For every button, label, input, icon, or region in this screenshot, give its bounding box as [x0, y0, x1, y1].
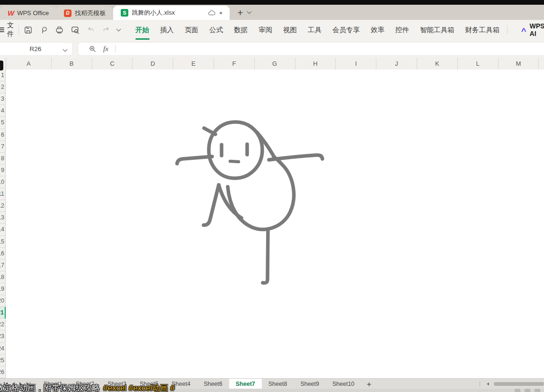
row-header[interactable]: 20 [0, 295, 6, 307]
row-header[interactable]: 19 [0, 283, 6, 295]
tab-wps-office[interactable]: W WPS Office [0, 6, 56, 20]
row-header[interactable]: 3 [0, 93, 6, 105]
ribbon-tab[interactable]: 财务工具箱 [465, 24, 500, 36]
print-preview-icon[interactable] [71, 26, 80, 35]
tab-docer-templates[interactable]: D 找稻壳模板 [56, 6, 113, 20]
divider [507, 26, 508, 34]
tab-current-workbook[interactable]: S 跳舞的小人.xlsx [113, 6, 230, 20]
zoom-search-icon[interactable] [89, 45, 97, 53]
row-header[interactable]: 9 [0, 165, 6, 176]
column-header[interactable]: K [417, 58, 458, 70]
undo-icon[interactable] [87, 26, 95, 34]
row-header[interactable]: 18 [0, 271, 6, 283]
formula-bar: R26 fx [0, 40, 544, 58]
ribbon-tab[interactable]: 插入 [160, 24, 174, 36]
row-header[interactable]: 16 [0, 248, 6, 260]
column-header[interactable]: E [173, 58, 214, 70]
column-header[interactable]: H [295, 58, 336, 70]
add-sheet-button[interactable]: + [367, 380, 372, 388]
tab-list-chevron-icon[interactable] [247, 9, 252, 14]
tab-label: WPS Office [17, 9, 49, 17]
print-icon[interactable] [55, 26, 64, 35]
wps-ai-button[interactable]: WPS AI [521, 22, 544, 37]
view-mode-icon[interactable] [525, 389, 530, 392]
row-header[interactable]: 12 [0, 200, 6, 212]
view-mode-icon[interactable] [535, 389, 540, 392]
wps-logo-icon: W [8, 9, 14, 17]
column-headers: A B C D E F G H I J K L [6, 58, 544, 70]
ribbon-tab[interactable]: 页面 [185, 24, 198, 36]
row-header[interactable]: 17 [0, 260, 6, 271]
quick-access-toolbar [24, 26, 120, 35]
file-menu-button[interactable]: 文件 [0, 21, 14, 38]
ribbon-bar: 文件 开始 [0, 20, 544, 40]
ribbon-tab[interactable]: 审阅 [259, 24, 272, 36]
sheet-tab[interactable]: Sheet10 [326, 379, 361, 389]
formula-input[interactable]: fx [78, 42, 544, 56]
sheet-tab[interactable]: Sheet9 [294, 379, 326, 389]
row-header[interactable]: 24 [0, 343, 6, 355]
wps-ai-label: WPS AI [530, 22, 544, 37]
column-header[interactable]: B [52, 58, 92, 70]
row-header[interactable]: 22 [0, 319, 6, 331]
sheet-grid: 1 2 3 4 5 6 7 8 9 10 11 12 [0, 70, 544, 378]
column-header[interactable]: M [499, 58, 539, 70]
row-header[interactable]: 10 [0, 176, 6, 188]
row-header[interactable]: 4 [0, 105, 6, 117]
ribbon-tab[interactable]: 控件 [395, 24, 409, 36]
column-header[interactable]: G [255, 58, 295, 70]
sheet-tab[interactable]: Sheet6 [197, 379, 229, 389]
scroll-left-icon[interactable] [487, 383, 489, 385]
ribbon-tab[interactable]: 公式 [209, 24, 223, 36]
column-header[interactable]: C [92, 58, 133, 70]
divider [480, 381, 480, 387]
row-header[interactable]: 6 [0, 129, 6, 141]
ribbon-tab[interactable]: 工具 [308, 24, 321, 36]
row-header[interactable]: 8 [0, 153, 6, 165]
row-header[interactable]: 13 [0, 212, 6, 224]
row-header[interactable]: 15 [0, 236, 6, 248]
row-header[interactable]: 14 [0, 224, 6, 235]
column-header[interactable]: L [458, 58, 499, 70]
name-box-chevron-icon [63, 47, 68, 52]
ribbon-tab[interactable]: 会员专享 [332, 24, 360, 36]
row-header[interactable]: 25 [0, 355, 6, 366]
sheet-tab[interactable]: Sheet7 [229, 379, 262, 389]
export-pdf-icon[interactable] [39, 26, 48, 35]
subtitle-text: 做定格动画，附带保姆级攻略 [0, 383, 100, 392]
column-header[interactable]: A [6, 58, 52, 70]
row-headers: 1 2 3 4 5 6 7 8 9 10 11 12 [0, 70, 6, 378]
view-mode-icon[interactable] [515, 389, 520, 392]
row-header[interactable]: 23 [0, 331, 6, 342]
sheet-canvas[interactable] [6, 70, 544, 378]
row-header[interactable]: 11 [0, 188, 6, 200]
save-icon[interactable] [24, 26, 33, 35]
docer-logo-icon: D [64, 9, 71, 17]
wps-spreadsheet-window: W WPS Office D 找稻壳模板 S 跳舞的小人.xlsx + 文件 [0, 0, 544, 392]
column-header[interactable]: I [336, 58, 376, 70]
redo-icon[interactable] [102, 26, 110, 34]
spreadsheet-file-icon: S [121, 9, 128, 17]
column-header[interactable]: D [133, 58, 173, 70]
row-header[interactable]: 26 [0, 366, 6, 378]
ribbon-tab[interactable]: 智能工具箱 [420, 24, 455, 36]
toolbar-more-chevron-icon[interactable] [116, 27, 121, 32]
row-header[interactable]: 1 [0, 70, 6, 81]
cloud-sync-icon [208, 10, 215, 16]
ribbon-tab[interactable]: 数据 [234, 24, 248, 36]
fx-icon[interactable]: fx [103, 45, 108, 53]
row-header[interactable]: 5 [0, 117, 6, 129]
horizontal-scrollbar[interactable] [494, 382, 544, 386]
row-header[interactable]: 2 [0, 81, 6, 93]
row-header[interactable]: 21 [0, 307, 6, 319]
ribbon-tab[interactable]: 效率 [371, 24, 384, 36]
column-header[interactable]: F [214, 58, 255, 70]
divider [115, 45, 116, 52]
cell-name-box[interactable]: R26 [0, 42, 73, 56]
column-header[interactable]: J [376, 58, 417, 70]
sheet-tab[interactable]: Sheet8 [262, 379, 294, 389]
new-tab-button[interactable]: + [237, 8, 243, 17]
row-header[interactable]: 7 [0, 141, 6, 153]
ribbon-tab[interactable]: 视图 [283, 24, 297, 36]
ribbon-tab[interactable]: 开始 [135, 24, 149, 36]
